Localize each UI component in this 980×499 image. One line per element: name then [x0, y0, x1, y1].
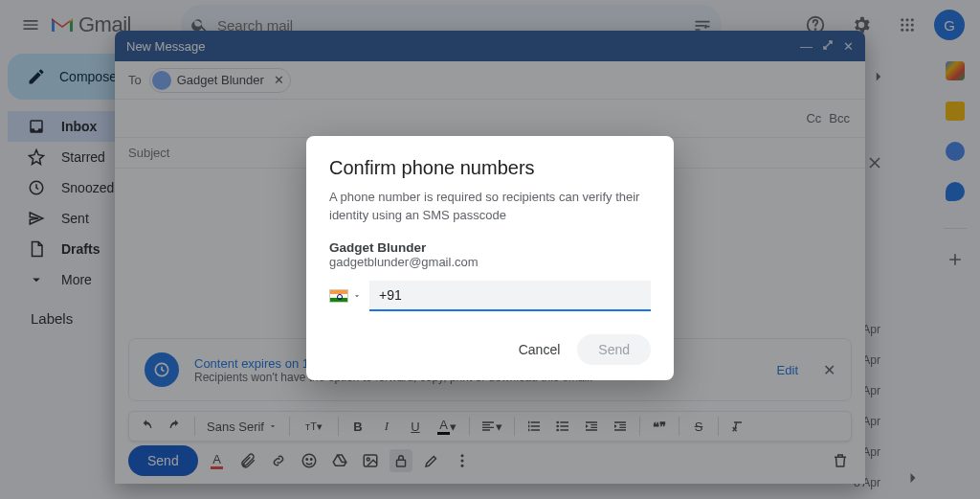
- country-code-picker[interactable]: [329, 281, 362, 311]
- recipient-name: Gadget Blunder: [329, 240, 651, 255]
- recipient-email: gadgetblunder@gmail.com: [329, 255, 651, 269]
- phone-number-input[interactable]: [369, 281, 651, 311]
- dialog-body-text: A phone number is required so recipients…: [329, 189, 651, 225]
- india-flag-icon: [329, 289, 348, 303]
- dialog-send-button[interactable]: Send: [577, 334, 651, 365]
- dialog-cancel-button[interactable]: Cancel: [511, 334, 568, 365]
- confirm-phone-dialog: Confirm phone numbers A phone number is …: [306, 136, 674, 380]
- caret-down-icon: [352, 291, 362, 301]
- dialog-title: Confirm phone numbers: [329, 157, 651, 179]
